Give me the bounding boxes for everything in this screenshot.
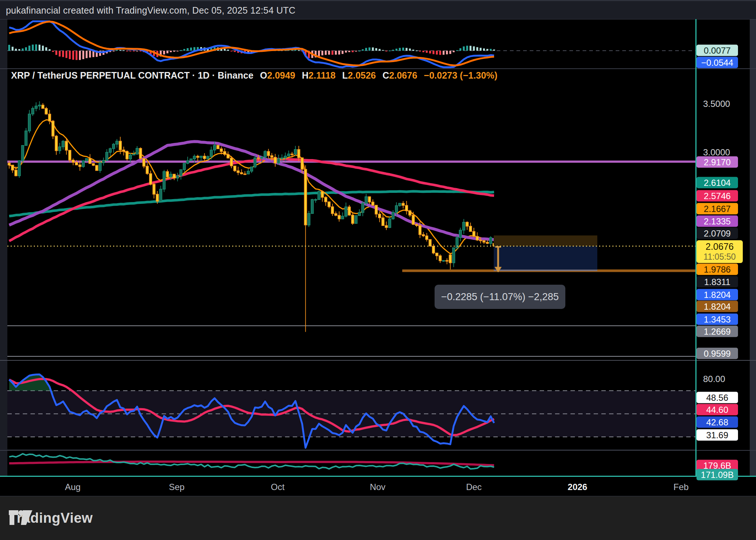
tradingview-logo-icon (9, 510, 32, 526)
ohlc-key: H (302, 70, 309, 80)
symbol-title-row[interactable]: XRP / TetherUS PERPETUAL CONTRACT · 1D ·… (11, 69, 497, 82)
axis-price-label: 0.9599 (696, 348, 738, 359)
axis-price-label: 1.2669 (696, 326, 738, 337)
axis-tick: 80.00 (703, 374, 725, 384)
time-axis[interactable]: AugSepOctNovDec2026Feb (0, 476, 756, 497)
axis-price-label: 2.1335 (696, 216, 738, 227)
time-axis-month: Sep (169, 482, 185, 492)
axis-price-label: 1.8204 (696, 301, 738, 312)
change-value: −0.0273 (−1.30%) (424, 70, 497, 81)
axis-tick: 3.5000 (703, 99, 730, 109)
time-axis-month: Dec (466, 482, 482, 492)
symbol-name[interactable]: XRP / TetherUS PERPETUAL CONTRACT · 1D ·… (11, 70, 253, 81)
axis-price-label: 42.68 (696, 417, 738, 428)
axis-price-label: 2.1667 (696, 203, 738, 215)
tradingview-chart-window: pukafinancial created with TradingView.c… (0, 0, 756, 540)
ohlc-value: 2.0676 (389, 70, 417, 80)
right-scrollbar-strip[interactable] (750, 19, 756, 496)
axis-price-label: 1.9786 (696, 264, 738, 275)
pane-separator[interactable] (0, 360, 756, 361)
time-axis-month: Nov (370, 482, 386, 492)
axis-price-label: 48.56 (696, 392, 738, 403)
current-price-label: 2.067611:05:50 (696, 240, 743, 263)
ohlc-key: O (260, 70, 267, 80)
axis-price-label: 2.9170 (696, 156, 738, 168)
axis-price-label: 2.5746 (696, 190, 738, 202)
time-axis-month: Aug (65, 482, 81, 492)
axis-price-label: 2.6104 (696, 177, 738, 188)
axis-price-label: 44.60 (696, 404, 738, 415)
axis-price-label: 1.3453 (696, 314, 738, 325)
ohlc-key: L (342, 70, 348, 80)
axis-price-label: 1.8311 (696, 276, 738, 288)
ohlc-value: 2.0949 (267, 70, 295, 80)
axis-price-label: 1.8204 (696, 289, 738, 300)
time-axis-month: Feb (673, 482, 688, 492)
ohlc-values: O2.0949H2.1118L2.0526C2.0676 (253, 70, 417, 81)
ohlc-value: 2.0526 (348, 70, 376, 80)
axis-price-label: 2.0709 (696, 228, 738, 239)
current-price-value: 2.0676 (706, 241, 734, 252)
footer-bar: TradingView (0, 496, 756, 540)
pane-separator[interactable] (0, 450, 756, 451)
time-axis-month: 2026 (568, 482, 587, 492)
ohlc-value: 2.1118 (309, 70, 336, 80)
measure-tooltip: −0.2285 (−11.07%) −2,285 (435, 285, 565, 309)
axis-price-label: 0.0077 (696, 45, 738, 56)
bar-countdown: 11:05:50 (703, 252, 736, 262)
pane-separator[interactable] (0, 68, 756, 69)
axis-price-label: −0.0544 (696, 57, 738, 68)
ohlc-key: C (382, 70, 389, 80)
axis-price-label: 171.09B (696, 469, 738, 480)
tradingview-logo[interactable]: TradingView (9, 510, 93, 526)
pane-separator (0, 19, 756, 19)
axis-price-label: 31.69 (696, 429, 738, 441)
time-axis-month: Oct (271, 482, 284, 492)
